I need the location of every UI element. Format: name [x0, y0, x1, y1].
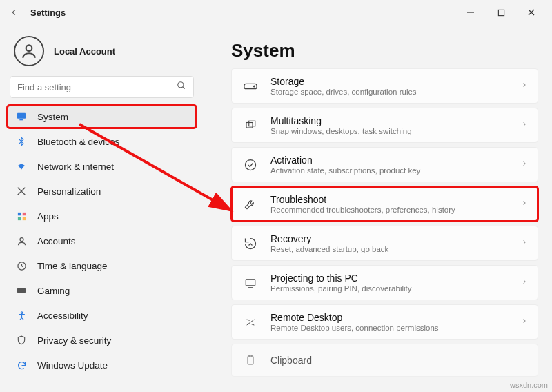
- maximize-button[interactable]: [486, 2, 516, 23]
- svg-rect-15: [17, 288, 26, 293]
- recovery-icon: [241, 235, 259, 253]
- nav-privacy[interactable]: Privacy & security: [7, 329, 197, 352]
- settings-list: StorageStorage space, drives, configurat…: [231, 68, 538, 377]
- close-button[interactable]: [516, 2, 546, 23]
- svg-rect-8: [19, 119, 23, 120]
- storage-icon: [241, 77, 259, 95]
- palette-icon: [15, 185, 28, 197]
- minimize-button[interactable]: [455, 2, 486, 23]
- svg-point-5: [178, 82, 184, 88]
- svg-point-13: [20, 237, 23, 241]
- svg-rect-7: [17, 113, 26, 119]
- card-sub: Activation state, subscriptions, product…: [270, 166, 510, 175]
- nav-windows-update[interactable]: Windows Update: [7, 353, 197, 377]
- accessibility-icon: [15, 309, 28, 322]
- nav-apps[interactable]: Apps: [7, 204, 197, 228]
- wrench-icon: [241, 195, 259, 213]
- nav-system[interactable]: System: [7, 105, 197, 128]
- card-troubleshoot[interactable]: TroubleshootRecommended troubleshooters,…: [231, 186, 538, 222]
- clipboard-icon: [241, 351, 259, 369]
- avatar-icon: [14, 36, 44, 66]
- chevron-right-icon: [521, 316, 528, 329]
- search-box[interactable]: [10, 76, 194, 98]
- card-title: Recovery: [270, 233, 510, 244]
- card-sub: Snap windows, desktops, task switching: [270, 127, 510, 135]
- nav-personalization[interactable]: Personalization: [7, 179, 197, 203]
- svg-point-21: [246, 159, 256, 170]
- card-title: Projecting to this PC: [270, 273, 510, 284]
- card-title: Clipboard: [270, 355, 528, 366]
- svg-rect-1: [498, 10, 504, 15]
- nav-label: Network & internet: [37, 161, 114, 172]
- apps-icon: [15, 210, 28, 222]
- card-title: Remote Desktop: [270, 312, 510, 323]
- nav-label: Accounts: [37, 236, 76, 246]
- card-title: Storage: [270, 76, 510, 87]
- main-pane: System StorageStorage space, drives, con…: [204, 25, 552, 392]
- nav-accessibility[interactable]: Accessibility: [7, 304, 197, 327]
- project-icon: [241, 274, 259, 292]
- monitor-icon: [15, 110, 28, 123]
- chevron-right-icon: [521, 80, 528, 92]
- card-projecting[interactable]: Projecting to this PCPermissions, pairin…: [231, 265, 538, 300]
- chevron-right-icon: [521, 198, 528, 210]
- nav-time-language[interactable]: Time & language: [7, 254, 197, 277]
- svg-rect-20: [249, 121, 255, 126]
- card-sub: Permissions, pairing PIN, discoverabilit…: [270, 284, 510, 293]
- card-sub: Recommended troubleshooters, preferences…: [270, 206, 510, 214]
- account-label: Local Account: [54, 46, 115, 57]
- multitask-icon: [241, 117, 259, 135]
- card-remote-desktop[interactable]: Remote DesktopRemote Desktop users, conn…: [231, 304, 538, 340]
- nav-label: Personalization: [37, 186, 101, 197]
- account-block[interactable]: Local Account: [6, 30, 198, 76]
- nav-list: System Bluetooth & devices Network & int…: [6, 105, 198, 377]
- remote-icon: [241, 313, 259, 331]
- card-title: Multitasking: [270, 115, 510, 126]
- person-icon: [15, 235, 28, 247]
- nav-label: Accessibility: [37, 311, 88, 321]
- card-title: Activation: [270, 155, 510, 166]
- svg-rect-12: [22, 217, 25, 219]
- gaming-icon: [15, 284, 28, 297]
- svg-rect-10: [22, 212, 25, 215]
- svg-line-6: [183, 87, 185, 89]
- nav-label: Time & language: [37, 261, 108, 271]
- card-activation[interactable]: ActivationActivation state, subscription…: [231, 147, 538, 182]
- shield-icon: [15, 334, 28, 346]
- nav-accounts[interactable]: Accounts: [7, 229, 197, 253]
- card-sub: Reset, advanced startup, go back: [270, 245, 510, 253]
- window-controls: [455, 2, 546, 23]
- bluetooth-icon: [15, 135, 28, 148]
- search-icon: [177, 81, 186, 93]
- nav-label: Bluetooth & devices: [37, 137, 119, 147]
- nav-network[interactable]: Network & internet: [7, 155, 197, 178]
- settings-window: Settings Local Account: [0, 0, 552, 392]
- card-storage[interactable]: StorageStorage space, drives, configurat…: [231, 68, 538, 104]
- back-button[interactable]: [6, 4, 22, 21]
- nav-label: System: [37, 112, 68, 122]
- window-title: Settings: [30, 8, 66, 18]
- svg-point-18: [254, 86, 255, 87]
- svg-rect-9: [17, 212, 20, 215]
- wifi-icon: [15, 160, 28, 173]
- check-icon: [241, 156, 259, 174]
- card-clipboard[interactable]: Clipboard: [231, 344, 538, 377]
- nav-gaming[interactable]: Gaming: [7, 279, 197, 302]
- svg-point-4: [26, 45, 32, 51]
- svg-rect-22: [246, 279, 255, 285]
- sidebar: Local Account System Bluetooth & devices: [0, 25, 204, 392]
- nav-label: Windows Update: [37, 360, 108, 371]
- svg-rect-19: [246, 122, 253, 128]
- card-title: Troubleshoot: [270, 194, 510, 205]
- card-multitasking[interactable]: MultitaskingSnap windows, desktops, task…: [231, 108, 538, 143]
- card-recovery[interactable]: RecoveryReset, advanced startup, go back: [231, 226, 538, 261]
- titlebar: Settings: [0, 0, 552, 25]
- watermark: wsxdn.com: [510, 381, 548, 389]
- nav-label: Privacy & security: [37, 335, 111, 346]
- nav-bluetooth[interactable]: Bluetooth & devices: [7, 130, 197, 153]
- card-sub: Storage space, drives, configuration rul…: [270, 88, 510, 96]
- chevron-right-icon: [521, 277, 528, 289]
- chevron-right-icon: [521, 119, 528, 132]
- nav-label: Gaming: [37, 286, 70, 296]
- search-input[interactable]: [17, 82, 177, 92]
